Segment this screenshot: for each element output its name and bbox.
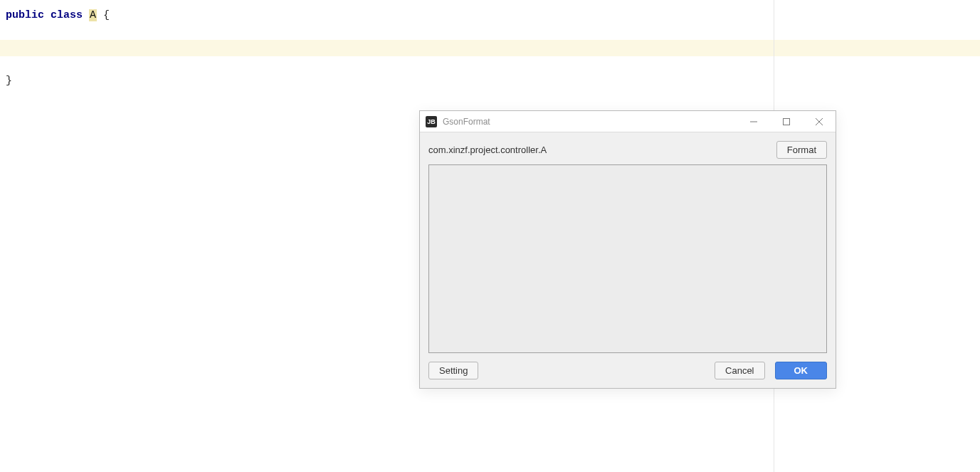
keyword: public: [6, 9, 44, 21]
brace: {: [97, 9, 110, 21]
code-line: [0, 23, 980, 40]
brace: }: [6, 75, 12, 87]
json-input[interactable]: [428, 164, 827, 353]
dialog-top-row: com.xinzf.project.controller.A Format: [428, 141, 827, 159]
dialog-titlebar[interactable]: JB GsonFormat: [420, 111, 836, 132]
minimize-icon[interactable]: [737, 111, 770, 132]
cancel-button[interactable]: Cancel: [715, 362, 764, 379]
maximize-icon[interactable]: [770, 111, 803, 132]
dialog-title: GsonFormat: [443, 117, 737, 127]
code-line: }: [0, 73, 980, 89]
keyword: class: [51, 9, 83, 21]
window-controls: [737, 111, 836, 132]
class-path-label: com.xinzf.project.controller.A: [428, 145, 776, 155]
app-icon: JB: [426, 116, 437, 127]
dialog-bottom-row: Setting Cancel OK: [428, 362, 827, 379]
code-line: public class A {: [0, 7, 980, 23]
dialog-body: com.xinzf.project.controller.A Format Se…: [420, 132, 836, 388]
format-button[interactable]: Format: [776, 141, 827, 159]
ok-button[interactable]: OK: [775, 362, 828, 379]
svg-rect-1: [784, 118, 790, 125]
class-name-highlight: A: [89, 9, 97, 21]
code-line: [0, 56, 980, 73]
setting-button[interactable]: Setting: [428, 362, 478, 379]
code-line-highlighted: [0, 40, 980, 56]
close-icon[interactable]: [803, 111, 836, 132]
gsonformat-dialog: JB GsonFormat com.xinzf.project.controll…: [419, 110, 836, 389]
